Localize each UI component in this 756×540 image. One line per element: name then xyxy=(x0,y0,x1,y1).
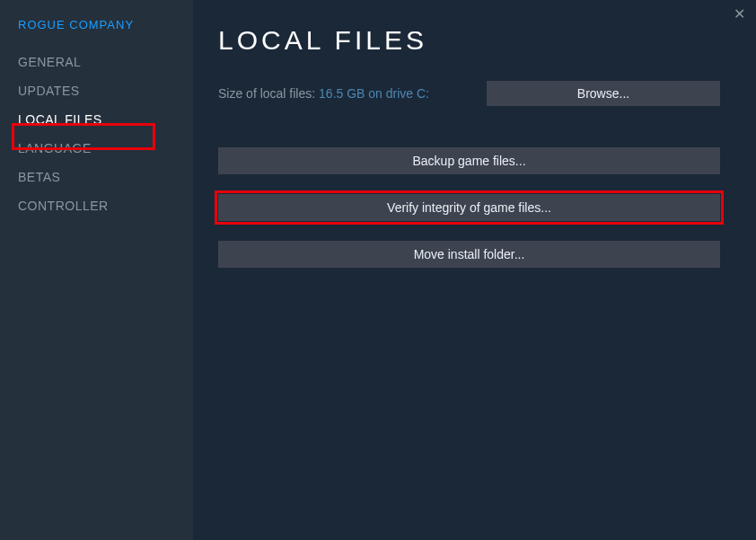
actions: Backup game files... Verify integrity of… xyxy=(218,147,720,268)
close-icon[interactable]: ✕ xyxy=(734,7,745,22)
size-row: Size of local files: 16.5 GB on drive C:… xyxy=(218,81,720,106)
size-label: Size of local files: xyxy=(218,86,319,101)
sidebar-item-updates[interactable]: UPDATES xyxy=(0,76,193,105)
backup-button[interactable]: Backup game files... xyxy=(218,147,720,174)
move-button[interactable]: Move install folder... xyxy=(218,241,720,268)
sidebar-item-general[interactable]: GENERAL xyxy=(0,48,193,76)
browse-button[interactable]: Browse... xyxy=(487,81,720,106)
main-panel: ✕ LOCAL FILES Size of local files: 16.5 … xyxy=(193,0,756,540)
page-title: LOCAL FILES xyxy=(218,25,720,56)
sidebar: ROGUE COMPANY GENERAL UPDATES LOCAL FILE… xyxy=(0,0,193,540)
sidebar-item-controller[interactable]: CONTROLLER xyxy=(0,191,193,220)
size-text: Size of local files: 16.5 GB on drive C: xyxy=(218,86,429,101)
size-link[interactable]: 16.5 GB on drive C: xyxy=(319,86,429,101)
sidebar-item-local-files[interactable]: LOCAL FILES xyxy=(0,105,193,134)
sidebar-item-language[interactable]: LANGUAGE xyxy=(0,134,193,163)
sidebar-item-betas[interactable]: BETAS xyxy=(0,163,193,191)
verify-button[interactable]: Verify integrity of game files... xyxy=(218,194,720,221)
game-title: ROGUE COMPANY xyxy=(0,18,193,48)
